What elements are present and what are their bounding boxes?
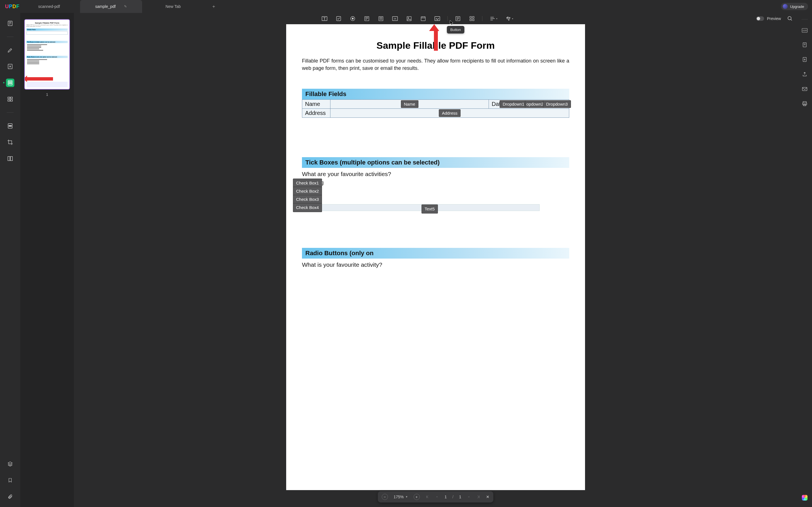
svg-rect-26 — [470, 17, 472, 18]
svg-rect-5 — [8, 97, 10, 99]
grid-align-tool[interactable] — [468, 15, 476, 22]
radio-button-tool[interactable] — [349, 15, 357, 22]
zoom-value[interactable]: 175%▼ — [394, 495, 408, 499]
export-button[interactable] — [801, 56, 808, 63]
svg-rect-3 — [9, 81, 11, 82]
name-field-cell[interactable]: Name — [331, 100, 489, 109]
fillable-fields-header: Fillable Fields — [302, 89, 569, 100]
tick-opt-4: er: Check Box4 Text5 — [310, 203, 569, 211]
new-tab-button[interactable]: ＋ — [210, 3, 218, 10]
svg-rect-28 — [470, 19, 472, 21]
checkbox1-overlay[interactable]: Check Box1 — [293, 179, 322, 187]
bookmark-button[interactable] — [6, 476, 14, 485]
preview-toggle[interactable]: Preview — [756, 16, 781, 21]
svg-rect-4 — [9, 83, 11, 84]
date-field-tool[interactable] — [419, 15, 427, 22]
checkbox2-overlay[interactable]: Check Box2 — [293, 187, 322, 196]
radio-buttons-header: Radio Buttons (only on — [302, 248, 569, 259]
ocr-button[interactable]: OCR — [801, 27, 808, 34]
tab-edit-icon[interactable]: ✎ — [124, 4, 127, 8]
tab-label: scanned-pdf — [38, 4, 60, 9]
svg-rect-41 — [803, 103, 807, 105]
compare-mode-button[interactable] — [6, 154, 14, 163]
signature-field-tool[interactable] — [434, 15, 441, 22]
text5-overlay[interactable]: Text5 — [421, 205, 438, 214]
checkbox3-overlay[interactable]: Check Box3 — [293, 195, 322, 204]
zoom-bar: − 175%▼ + 1 / 1 ✕ — [378, 491, 493, 503]
svg-rect-40 — [803, 102, 806, 103]
dropdown-tool[interactable] — [363, 15, 371, 22]
redact-mode-button[interactable] — [6, 122, 14, 130]
edit-mode-button[interactable] — [6, 62, 14, 71]
svg-rect-11 — [8, 157, 10, 161]
page-thumbnail[interactable]: Sample Fillable PDF Form Fillable PDF fo… — [24, 19, 70, 90]
text-field-tool[interactable] — [320, 15, 328, 22]
address-field-overlay[interactable]: Address — [439, 109, 460, 117]
share-button[interactable] — [801, 71, 808, 78]
image-field-tool[interactable] — [405, 15, 413, 22]
last-page-button[interactable] — [476, 495, 480, 499]
tooltip: Button — [447, 26, 464, 34]
svg-rect-42 — [804, 105, 806, 106]
organize-mode-button[interactable] — [6, 95, 14, 103]
svg-point-34 — [788, 17, 791, 20]
dropdown1-overlay[interactable]: Dropdown1 — [500, 100, 527, 108]
attachment-button[interactable] — [6, 492, 14, 501]
first-page-button[interactable] — [425, 495, 429, 499]
more-tools-menu[interactable]: ▾ — [504, 15, 514, 22]
check-box-tool[interactable] — [335, 15, 343, 22]
crop-mode-button[interactable] — [6, 138, 14, 147]
tick-opt-2: king Check Box2 — [310, 187, 569, 195]
name-field-overlay[interactable]: Name — [401, 100, 418, 108]
print-button[interactable] — [801, 100, 808, 107]
svg-rect-0 — [8, 21, 12, 26]
align-menu[interactable]: ▾ — [489, 15, 498, 22]
list-box-tool[interactable] — [377, 15, 385, 22]
avatar-icon — [783, 4, 788, 9]
svg-rect-29 — [472, 19, 474, 21]
toggle-switch[interactable] — [756, 16, 764, 21]
prev-page-button[interactable] — [435, 495, 439, 499]
other-text-field[interactable]: Text5 — [320, 204, 540, 211]
close-zoombar-button[interactable]: ✕ — [486, 495, 490, 499]
svg-rect-39 — [802, 87, 807, 91]
dropdown3-overlay[interactable]: Dropdown3 — [543, 100, 571, 108]
existing-fields-tool[interactable] — [454, 15, 462, 22]
dropdown2-overlay[interactable]: opdown2 — [525, 100, 545, 108]
zoom-in-button[interactable]: + — [414, 494, 420, 500]
svg-rect-2 — [8, 80, 12, 86]
svg-text:OK: OK — [394, 18, 396, 20]
next-page-button[interactable] — [467, 495, 471, 499]
layers-button[interactable] — [6, 460, 14, 468]
tick-question: What are your favourite activities? — [302, 171, 569, 177]
form-mode-button[interactable] — [6, 78, 14, 87]
svg-rect-23 — [421, 17, 425, 20]
svg-rect-18 — [379, 17, 383, 21]
svg-rect-12 — [10, 157, 12, 161]
tab-newtab[interactable]: New Tab — [142, 0, 204, 13]
svg-rect-27 — [472, 17, 474, 18]
svg-point-31 — [507, 17, 508, 18]
thumbnails-panel: Sample Fillable PDF Form Fillable PDF fo… — [20, 13, 74, 507]
button-tool[interactable]: OK — [391, 15, 399, 22]
address-field-cell[interactable]: Address — [331, 109, 569, 118]
svg-point-16 — [352, 18, 354, 19]
date-cell[interactable]: Dat Dropdown1 opdown2 Dropdown3 — [489, 100, 569, 109]
svg-point-33 — [509, 17, 510, 18]
tab-sample-pdf[interactable]: sample_pdf ✎ — [80, 0, 142, 13]
zoom-out-button[interactable]: − — [382, 494, 388, 500]
reader-mode-button[interactable] — [6, 19, 14, 27]
upgrade-button[interactable]: Upgrade — [781, 3, 808, 10]
svg-point-30 — [506, 17, 507, 18]
annotate-mode-button[interactable] — [6, 46, 14, 54]
email-button[interactable] — [801, 86, 808, 93]
date-label: Dat — [492, 101, 500, 107]
page-current[interactable]: 1 — [445, 495, 447, 499]
svg-rect-17 — [365, 17, 369, 21]
svg-rect-21 — [407, 17, 411, 21]
flatten-button[interactable] — [801, 41, 808, 49]
ai-assistant-button[interactable] — [801, 494, 808, 501]
checkbox4-overlay[interactable]: Check Box4 — [293, 203, 322, 212]
search-button[interactable] — [787, 16, 793, 21]
tab-scanned-pdf[interactable]: scanned-pdf — [18, 0, 80, 13]
